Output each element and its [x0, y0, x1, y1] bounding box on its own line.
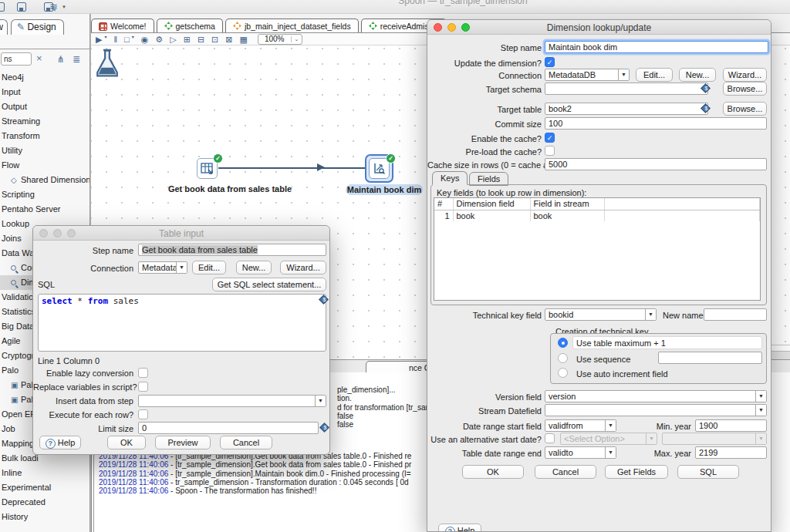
sidebar-item-shared-dimension[interactable]: ◇Shared Dimension — [0, 173, 89, 187]
help-button[interactable]: ? Help — [438, 524, 481, 532]
alt-start-date-checkbox[interactable] — [545, 433, 555, 443]
new-connection-button[interactable]: New... — [236, 261, 272, 274]
commit-size-field[interactable]: 100 — [545, 117, 767, 130]
tab-view[interactable]: View — [0, 19, 8, 35]
sidebar-item-utility[interactable]: Utility — [0, 143, 89, 158]
sidebar-item-streaming[interactable]: Streaming — [0, 114, 89, 129]
sidebar-item-transform[interactable]: Transform — [0, 129, 89, 143]
new-connection-button[interactable]: New... — [679, 68, 716, 82]
tab-keys[interactable]: Keys — [432, 171, 468, 185]
dialog-titlebar[interactable]: Dimension lookup/update — [427, 20, 771, 35]
stream-datefield-combo[interactable]: ▼ — [545, 404, 767, 416]
wizard-connection-button[interactable]: Wizard... — [280, 261, 326, 274]
connection-combo[interactable]: MetadataDB▼ — [138, 261, 187, 274]
alt-start-option-combo[interactable]: <Select Option>▼ — [560, 433, 657, 445]
step-label[interactable]: Get book data from sales table — [137, 184, 322, 194]
sidebar-item-output[interactable]: Output — [0, 99, 89, 114]
limit-size-field[interactable]: 0 — [138, 422, 319, 434]
stop-icon[interactable]: □ — [124, 34, 130, 45]
wizard-connection-button[interactable]: Wizard... — [723, 68, 767, 82]
chevron-down-icon[interactable]: ▾ — [132, 34, 134, 45]
get-fields-button[interactable]: Get Fields — [605, 465, 668, 479]
get-sql-button[interactable]: Get SQL select statement... — [212, 278, 326, 291]
use-table-max-radio[interactable] — [558, 338, 568, 348]
hop-connector[interactable] — [218, 167, 370, 169]
target-table-field[interactable]: book2 — [545, 103, 708, 115]
ok-button[interactable]: OK — [462, 465, 524, 479]
sidebar-item-experimental[interactable]: Experimental — [0, 480, 89, 495]
debug-icon[interactable]: ⚙ — [155, 34, 163, 45]
sql-button[interactable]: SQL — [677, 465, 739, 479]
sidebar-item-deprecated[interactable]: Deprecated — [0, 495, 89, 510]
insert-data-combo[interactable]: ▼ — [138, 395, 326, 407]
cancel-button[interactable]: Cancel — [535, 465, 596, 479]
enable-cache-checkbox[interactable]: ✓ — [545, 133, 555, 143]
help-button[interactable]: ? Help — [39, 436, 81, 450]
impact-icon[interactable]: ⊟ — [198, 34, 204, 45]
zoom-select[interactable]: 100% ⌄ — [258, 34, 302, 45]
dialog-titlebar[interactable]: Table input — [33, 226, 329, 241]
save-icon[interactable] — [17, 2, 26, 12]
sidebar-item-scripting[interactable]: Scripting — [0, 187, 89, 202]
doc-tab-label: jb_main_inject_dataset_fields — [245, 22, 351, 31]
steps-search-input[interactable] — [1, 52, 32, 66]
doc-tab-welcome-[interactable]: Welcome! — [91, 19, 154, 33]
browse-schema-button[interactable]: Browse... — [723, 82, 767, 96]
pause-icon[interactable]: ‖ — [113, 34, 117, 45]
replay-icon[interactable]: ▷ — [170, 34, 176, 45]
max-year-field[interactable]: 2199 — [695, 446, 767, 459]
preload-cache-checkbox[interactable] — [545, 146, 555, 156]
version-field-combo[interactable]: version▼ — [545, 390, 767, 402]
ok-button[interactable]: OK — [107, 436, 146, 450]
sequence-field[interactable] — [658, 352, 762, 364]
list-view-icon[interactable]: ≣ — [73, 54, 80, 65]
connection-combo[interactable]: MetadataDB▼ — [545, 69, 630, 81]
browse-table-button[interactable]: Browse... — [723, 102, 767, 116]
cancel-button[interactable]: Cancel — [220, 436, 272, 450]
date-range-start-combo[interactable]: validfrom▼ — [545, 419, 616, 432]
sidebar-item-pentaho-server[interactable]: Pentaho Server — [0, 202, 89, 217]
sidebar-item-flow[interactable]: Flow — [0, 158, 89, 173]
get-sql-icon[interactable]: ⊡ — [211, 34, 218, 45]
lazy-conversion-checkbox[interactable] — [138, 368, 148, 378]
alt-start-value-combo[interactable]: ▼ — [662, 433, 767, 445]
explore-db-icon[interactable]: ⊠ — [225, 34, 232, 45]
target-schema-field[interactable] — [545, 82, 708, 95]
step-name-field[interactable]: Maintain book dim — [545, 41, 768, 53]
technical-key-combo[interactable]: bookid▼ — [545, 308, 657, 321]
preview-button[interactable]: Preview — [155, 436, 211, 450]
verify-icon[interactable]: ⊞ — [184, 34, 191, 45]
range-end-combo[interactable]: validto▼ — [545, 446, 616, 459]
show-results-icon[interactable]: ▦ — [240, 34, 248, 45]
run-icon[interactable]: ▶ — [96, 34, 102, 45]
use-sequence-radio[interactable] — [558, 353, 568, 363]
step-name-field[interactable]: Get book data from sales table — [138, 244, 326, 256]
perspective-layers-icon[interactable]: ≋ — [49, 2, 58, 12]
tab-design[interactable]: ✎ Design — [11, 19, 64, 35]
key-fields-grid[interactable]: #Dimension fieldField in stream1bookbook — [434, 197, 761, 301]
tree-connections-icon[interactable]: ⋔ — [57, 54, 65, 65]
replace-variables-checkbox[interactable] — [138, 382, 148, 392]
min-year-field[interactable]: 1900 — [695, 419, 767, 432]
grid-row[interactable]: 1bookbook — [434, 210, 760, 221]
sidebar-item-neo4j[interactable]: Neo4j — [0, 70, 89, 85]
use-auto-increment-radio[interactable] — [558, 368, 568, 378]
clear-search-icon[interactable]: × — [36, 52, 42, 64]
doc-tab-jb-main-inject-dataset-fields[interactable]: jb_main_inject_dataset_fields — [225, 19, 359, 33]
chevron-down-icon[interactable]: ▾ — [104, 34, 106, 45]
cache-size-field[interactable]: 5000 — [545, 158, 767, 170]
edit-connection-button[interactable]: Edit... — [636, 68, 673, 82]
step-label-selected[interactable]: Maintain book dim — [346, 184, 423, 195]
edit-connection-button[interactable]: Edit... — [192, 261, 226, 274]
perspective-dropdown-arrow[interactable]: ▼ — [62, 5, 66, 9]
preview-icon[interactable]: ◉ — [141, 34, 149, 45]
sql-editor[interactable]: select * from sales — [38, 294, 326, 352]
execute-each-row-checkbox[interactable] — [138, 409, 148, 419]
partial-toolbar-icon[interactable] — [0, 2, 5, 12]
sidebar-item-history[interactable]: History — [0, 510, 89, 524]
sidebar-item-inline[interactable]: Inline — [0, 466, 89, 480]
sidebar-item-input[interactable]: Input — [0, 85, 89, 99]
update-dimension-checkbox[interactable]: ✓ — [545, 57, 555, 67]
doc-tab-getschema[interactable]: getschema — [157, 19, 223, 33]
new-name-field[interactable] — [704, 308, 767, 321]
